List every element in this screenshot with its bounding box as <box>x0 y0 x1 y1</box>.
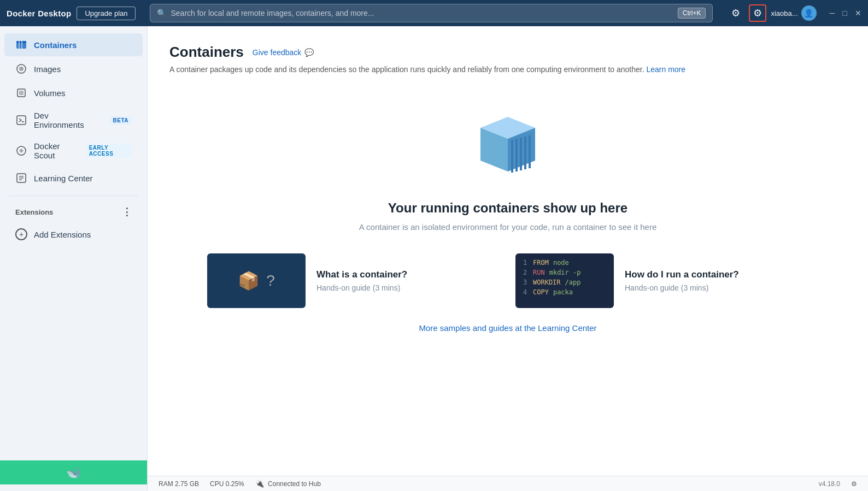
volumes-label: Volumes <box>34 88 66 98</box>
feedback-label: Give feedback <box>253 48 302 57</box>
images-label: Images <box>34 64 61 74</box>
extensions-section-header: Extensions ⋮ <box>4 202 143 222</box>
guide-desc-container: Hands-on guide (3 mins) <box>316 283 500 292</box>
learning-center-label: Learning Center <box>34 174 93 183</box>
main-layout: Containers Images Volumes <box>0 26 868 491</box>
learn-more-link[interactable]: Learn more <box>646 65 685 74</box>
hub-icon: 🔌 <box>255 480 264 488</box>
page-header: Containers Give feedback 💬 <box>169 44 846 61</box>
svg-point-5 <box>19 67 24 71</box>
cpu-status: CPU 0.25% <box>210 480 244 488</box>
add-extensions-label: Add Extensions <box>34 230 91 239</box>
sidebar-item-containers[interactable]: Containers <box>4 33 143 56</box>
volumes-icon <box>15 87 27 99</box>
page-title: Containers <box>169 44 244 61</box>
empty-state: Your running containers show up here A c… <box>169 87 846 354</box>
guide-desc-run: Hands-on guide (3 mins) <box>625 283 808 292</box>
docker-whale-icon: 🐋 <box>66 465 81 480</box>
maximize-button[interactable]: □ <box>843 9 847 17</box>
search-bar[interactable]: 🔍 Search for local and remote images, co… <box>150 4 713 22</box>
svg-rect-1 <box>16 41 26 43</box>
dev-env-badge: BETA <box>110 116 132 125</box>
containers-label: Containers <box>34 40 77 50</box>
svg-rect-7 <box>19 91 24 95</box>
username: xiaoba... <box>771 9 797 17</box>
titlebar-actions: ⚙ ⚙ xiaoba... 👤 ─ □ ✕ <box>727 4 861 22</box>
sidebar-item-docker-scout[interactable]: Docker Scout EARLY ACCESS <box>4 136 143 165</box>
sidebar-item-images[interactable]: Images <box>4 57 143 80</box>
hub-connection-status: 🔌 Connected to Hub <box>255 480 321 488</box>
guide-title-container: What is a container? <box>316 269 500 280</box>
learning-center-link-text: More samples and guides at the Learning … <box>419 323 596 333</box>
docker-scout-label: Docker Scout <box>34 141 77 160</box>
ram-status: RAM 2.75 GB <box>159 480 199 488</box>
extensions-icon[interactable]: ⚙ <box>727 4 744 22</box>
learning-center-link[interactable]: More samples and guides at the Learning … <box>419 323 596 333</box>
sidebar: Containers Images Volumes <box>0 26 148 491</box>
settings-status-icon[interactable]: ⚙ <box>851 480 857 488</box>
learning-center-icon <box>15 172 27 184</box>
guide-info-container: What is a container? Hands-on guide (3 m… <box>316 269 500 292</box>
empty-state-title: Your running containers show up here <box>388 200 627 216</box>
sidebar-bottom: 🐋 <box>0 460 147 484</box>
upgrade-button[interactable]: Upgrade plan <box>77 7 136 20</box>
extensions-label: Extensions <box>15 208 53 216</box>
guide-title-run: How do I run a container? <box>625 269 808 280</box>
search-icon: 🔍 <box>157 9 166 17</box>
window-controls: ─ □ ✕ <box>830 9 861 17</box>
guide-card-run[interactable]: 1FROMnode 2RUNmkdir -p 3WORKDIR/app 4COP… <box>515 253 808 308</box>
docker-scout-badge: EARLY ACCESS <box>86 144 132 158</box>
content-body: Containers Give feedback 💬 A container p… <box>148 26 868 476</box>
titlebar: Docker Desktop Upgrade plan 🔍 Search for… <box>0 0 868 26</box>
search-placeholder: Search for local and remote images, cont… <box>171 9 374 17</box>
sidebar-item-dev-environments[interactable]: Dev Environments BETA <box>4 105 143 135</box>
avatar: 👤 <box>801 5 817 21</box>
version: v4.18.0 <box>819 480 840 488</box>
minimize-button[interactable]: ─ <box>830 9 835 17</box>
sidebar-divider <box>9 196 138 196</box>
containers-icon <box>15 39 27 51</box>
feedback-icon: 💬 <box>304 48 314 57</box>
sidebar-item-volumes[interactable]: Volumes <box>4 81 143 104</box>
user-menu[interactable]: xiaoba... 👤 <box>771 5 816 21</box>
add-extensions-icon: + <box>15 228 27 240</box>
extensions-more-button[interactable]: ⋮ <box>122 206 132 218</box>
dev-env-icon <box>15 114 27 126</box>
add-extensions-item[interactable]: + Add Extensions <box>4 223 143 246</box>
guide-info-run: How do I run a container? Hands-on guide… <box>625 269 808 292</box>
guide-thumbnail-what-is-container: 📦 ? <box>207 253 306 308</box>
app-title: Docker Desktop <box>7 9 71 18</box>
settings-icon[interactable]: ⚙ <box>749 4 766 22</box>
guide-thumbnail-run-container: 1FROMnode 2RUNmkdir -p 3WORKDIR/app 4COP… <box>515 253 614 308</box>
docker-scout-icon <box>15 145 27 157</box>
images-icon <box>15 63 27 75</box>
page-subtitle: A container packages up code and its dep… <box>169 65 846 74</box>
empty-state-subtitle: A container is an isolated environment f… <box>359 222 656 232</box>
container-illustration <box>464 109 552 185</box>
statusbar: RAM 2.75 GB CPU 0.25% 🔌 Connected to Hub… <box>148 476 868 491</box>
content-area: Containers Give feedback 💬 A container p… <box>148 26 868 491</box>
feedback-link[interactable]: Give feedback 💬 <box>253 48 314 57</box>
connected-text: Connected to Hub <box>268 480 321 488</box>
search-shortcut: Ctrl+K <box>678 8 706 19</box>
guide-card-container[interactable]: 📦 ? What is a container? Hands-on guide … <box>207 253 500 308</box>
dev-env-label: Dev Environments <box>34 111 101 129</box>
subtitle-text: A container packages up code and its dep… <box>169 65 644 74</box>
guide-cards: 📦 ? What is a container? Hands-on guide … <box>207 253 808 308</box>
close-button[interactable]: ✕ <box>855 9 861 17</box>
sidebar-item-learning-center[interactable]: Learning Center <box>4 167 143 190</box>
